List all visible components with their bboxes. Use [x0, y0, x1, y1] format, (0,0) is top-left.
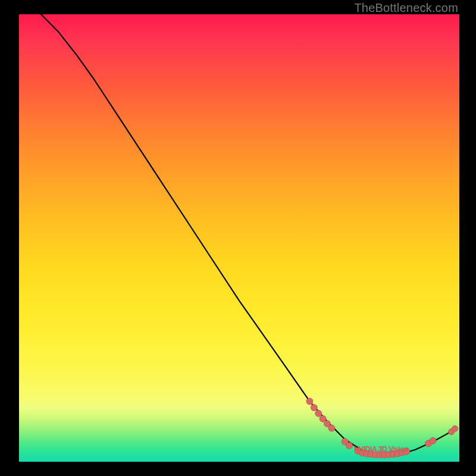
chart-stage: TheBottleneck.com NVIDIA 3D Vision	[0, 0, 476, 476]
chart-overlay: NVIDIA 3D Vision	[19, 14, 459, 462]
data-point	[328, 425, 335, 431]
data-point	[452, 425, 458, 431]
watermark-text: TheBottleneck.com	[354, 1, 458, 15]
bottleneck-curve	[41, 14, 455, 455]
data-point	[430, 437, 436, 444]
data-point	[346, 442, 352, 449]
data-point	[311, 404, 317, 411]
data-label: NVIDIA 3D Vision	[354, 445, 409, 453]
data-point	[315, 410, 322, 416]
data-point	[306, 398, 313, 405]
